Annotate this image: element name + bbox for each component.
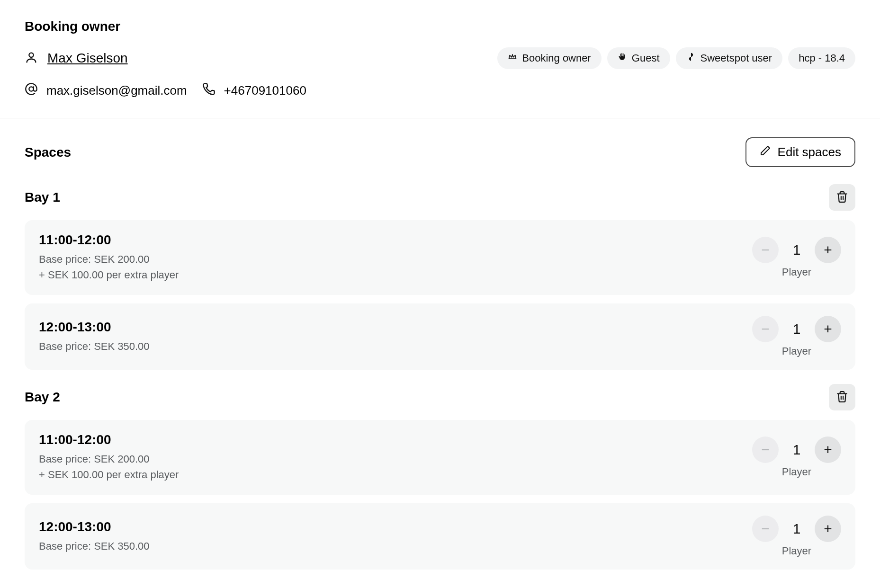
bay-title: Bay 1	[25, 190, 60, 205]
slot-base-price: Base price: SEK 200.00	[39, 451, 752, 467]
player-count: 1	[791, 521, 802, 537]
owner-phone: +46709101060	[202, 82, 306, 99]
player-count-label: Player	[782, 545, 811, 557]
svg-point-0	[29, 53, 33, 57]
player-count-label: Player	[782, 266, 811, 278]
decrement-button[interactable]: −	[752, 237, 779, 263]
trash-icon	[836, 191, 848, 205]
player-count: 1	[791, 321, 802, 337]
player-count: 1	[791, 242, 802, 258]
owner-email: max.giselson@gmail.com	[25, 82, 187, 99]
decrement-button[interactable]: −	[752, 316, 779, 342]
tag-booking-owner: Booking owner	[497, 47, 602, 69]
delete-bay-button[interactable]	[829, 384, 855, 410]
owner-phone-text: +46709101060	[224, 83, 306, 98]
crown-icon	[508, 52, 517, 64]
sweetspot-icon	[686, 52, 696, 64]
tag-label: Guest	[632, 52, 660, 64]
bay-section: Bay 1 11:00-12:00 Base price: SEK 200.00…	[25, 184, 855, 370]
phone-icon	[202, 82, 216, 99]
increment-button[interactable]: +	[815, 237, 841, 263]
slot-extra-price: + SEK 100.00 per extra player	[39, 267, 752, 283]
player-count: 1	[791, 442, 802, 458]
slot-time: 11:00-12:00	[39, 232, 752, 248]
edit-spaces-button[interactable]: Edit spaces	[745, 137, 855, 167]
edit-spaces-label: Edit spaces	[778, 145, 841, 160]
time-slot-card: 12:00-13:00 Base price: SEK 350.00 − 1 +…	[25, 503, 855, 570]
bay-title: Bay 2	[25, 390, 60, 405]
slot-extra-price: + SEK 100.00 per extra player	[39, 467, 752, 482]
slot-time: 12:00-13:00	[39, 519, 752, 535]
slot-base-price: Base price: SEK 200.00	[39, 251, 752, 267]
increment-button[interactable]: +	[815, 516, 841, 542]
owner-email-text: max.giselson@gmail.com	[46, 83, 187, 98]
divider	[0, 118, 880, 118]
increment-button[interactable]: +	[815, 316, 841, 342]
time-slot-card: 12:00-13:00 Base price: SEK 350.00 − 1 +…	[25, 303, 855, 370]
section-title-booking-owner: Booking owner	[25, 19, 855, 34]
decrement-button[interactable]: −	[752, 437, 779, 463]
owner-tags: Booking owner Guest Sweetspot user hcp -…	[497, 47, 855, 69]
tag-hcp: hcp - 18.4	[788, 47, 855, 69]
pencil-icon	[760, 145, 771, 160]
slot-time: 12:00-13:00	[39, 320, 752, 335]
tag-label: hcp - 18.4	[799, 52, 845, 64]
slot-base-price: Base price: SEK 350.00	[39, 538, 752, 554]
time-slot-card: 11:00-12:00 Base price: SEK 200.00 + SEK…	[25, 220, 855, 295]
tag-guest: Guest	[607, 47, 670, 69]
section-title-spaces: Spaces	[25, 145, 71, 160]
tag-label: Booking owner	[522, 52, 591, 64]
bay-section: Bay 2 11:00-12:00 Base price: SEK 200.00…	[25, 384, 855, 570]
tag-label: Sweetspot user	[700, 52, 772, 64]
at-icon	[25, 82, 38, 99]
slot-base-price: Base price: SEK 350.00	[39, 339, 752, 354]
svg-point-1	[29, 87, 33, 91]
increment-button[interactable]: +	[815, 437, 841, 463]
player-count-label: Player	[782, 345, 811, 357]
time-slot-card: 11:00-12:00 Base price: SEK 200.00 + SEK…	[25, 420, 855, 495]
wave-icon	[618, 52, 627, 64]
trash-icon	[836, 391, 848, 404]
slot-time: 11:00-12:00	[39, 432, 752, 447]
person-icon	[25, 51, 38, 66]
tag-sweetspot-user: Sweetspot user	[676, 47, 783, 69]
delete-bay-button[interactable]	[829, 184, 855, 211]
decrement-button[interactable]: −	[752, 516, 779, 542]
player-count-label: Player	[782, 466, 811, 478]
owner-name-link[interactable]: Max Giselson	[47, 51, 128, 66]
